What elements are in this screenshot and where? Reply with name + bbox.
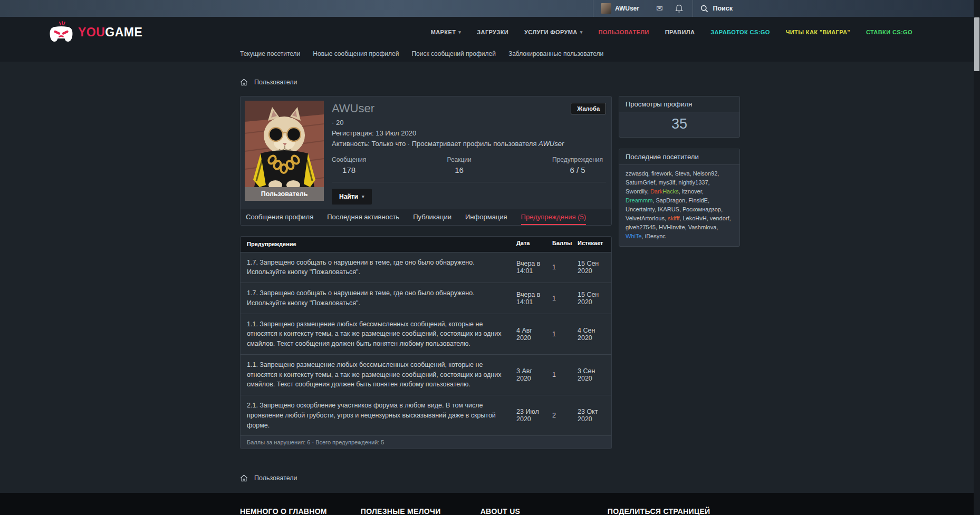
tab-item[interactable]: Последняя активность xyxy=(327,209,399,225)
warning-text: 1.7. Запрещено сообщать о нарушении в те… xyxy=(241,283,512,314)
table-header: Предупреждение Дата Баллы Истекает xyxy=(241,237,611,252)
find-button[interactable]: Найти ▾ xyxy=(332,189,372,205)
site-logo[interactable]: YOUGAME xyxy=(49,20,142,44)
nav-item-label: МАРКЕТ xyxy=(431,29,456,35)
footer-col-title: ПОЛЕЗНЫЕ МЕЛОЧИ xyxy=(361,507,481,515)
nav-item[interactable]: СТАВКИ CS:GO xyxy=(866,29,912,35)
profile-views-count: 35 xyxy=(619,112,739,137)
visitor-link[interactable]: Nelson92 xyxy=(693,170,717,177)
warning-date: Вчера в 14:01 xyxy=(512,255,546,280)
breadcrumb[interactable]: Пользователи xyxy=(240,79,740,86)
visitor-link[interactable]: Dreammm xyxy=(626,197,652,203)
nav-item[interactable]: ПРАВИЛА xyxy=(665,29,695,35)
table-row: 1.1. Запрещено размещение любых бессмысл… xyxy=(241,314,611,354)
visitor-link[interactable]: Uncertainty xyxy=(626,206,655,212)
warning-points: 1 xyxy=(546,366,574,384)
warning-points: 2 xyxy=(546,406,574,424)
stat: Реакции16 xyxy=(447,156,471,174)
warning-expires: 15 Сен 2020 xyxy=(574,286,611,311)
recent-visitors-title: Последние посетители xyxy=(619,149,739,165)
page-scrollbar[interactable] xyxy=(974,0,980,515)
stat-value[interactable]: 6 / 5 xyxy=(552,166,603,174)
stat-value[interactable]: 178 xyxy=(332,166,366,174)
visitor-link[interactable]: SaturnGrief xyxy=(626,179,655,186)
tab-active[interactable]: Предупреждения (5) xyxy=(521,209,586,225)
footer-col-title: ПОДЕЛИТЬСЯ СТРАНИЦЕЙ xyxy=(608,507,740,515)
visitor-link[interactable]: mys3lf xyxy=(658,179,675,186)
visitor-link[interactable]: zzwasdq xyxy=(626,170,648,177)
envelope-icon[interactable]: ✉ xyxy=(656,4,663,13)
visitor-link[interactable]: IKARUS xyxy=(658,206,679,212)
subnav-item[interactable]: Новые сообщения профилей xyxy=(313,50,399,57)
topbar: AWUser ✉ Поиск xyxy=(0,0,980,17)
visitor-link[interactable]: firework xyxy=(651,170,672,177)
nav-item[interactable]: ЗАГРУЗКИ xyxy=(477,29,508,35)
profile-avatar[interactable]: Пользователь xyxy=(245,101,324,205)
table-row: 1.7. Запрещено сообщать о нарушении в те… xyxy=(241,252,611,283)
warning-expires: 15 Сен 2020 xyxy=(574,255,611,280)
profile-activity: Активность: Только что · Просматривает п… xyxy=(332,140,606,148)
visitor-link[interactable]: itznover xyxy=(682,188,702,195)
visitor-link[interactable]: Hacks xyxy=(662,188,679,195)
sidebar: Просмотры профиля 35 Последние посетител… xyxy=(619,96,740,247)
visitor-link[interactable]: Vashmlova xyxy=(688,224,717,230)
report-button[interactable]: Жалоба xyxy=(571,103,606,114)
visitor-link[interactable]: giveh27545 xyxy=(626,224,656,230)
warning-points: 1 xyxy=(546,258,574,276)
warning-date: 3 Авг 2020 xyxy=(512,362,546,387)
table-footer: Баллы за нарушения: 6 · Всего предупрежд… xyxy=(241,435,611,449)
chevron-down-icon: ▾ xyxy=(362,194,364,199)
breadcrumb-label: Пользователи xyxy=(254,79,297,86)
profile-stats: Сообщения178Реакции16Предупреждения6 / 5 xyxy=(332,156,606,174)
visitor-link[interactable]: Dark xyxy=(650,188,662,195)
profile-username: AWUser xyxy=(332,102,606,115)
nav-item-label: ЗАРАБОТОК CS:GO xyxy=(710,29,770,35)
stat: Предупреждения6 / 5 xyxy=(552,156,603,174)
scrollbar-thumb[interactable] xyxy=(974,17,979,71)
search-button[interactable]: Поиск xyxy=(693,0,740,17)
tab-item[interactable]: Информация xyxy=(465,209,507,225)
recent-visitors-block: Последние посетители zzwasdq, firework, … xyxy=(619,149,740,247)
visitor-link[interactable]: WhiTe xyxy=(626,233,642,239)
visitor-link[interactable]: vendorf xyxy=(710,215,729,221)
warning-expires: 3 Сен 2020 xyxy=(574,362,611,387)
breadcrumb-bottom[interactable]: Пользователи xyxy=(240,474,740,482)
nav-item[interactable]: ЗАРАБОТОК CS:GO xyxy=(710,29,770,35)
subnav-item[interactable]: Заблокированные пользователи xyxy=(508,50,603,57)
nav-item-label: СТАВКИ CS:GO xyxy=(866,29,912,35)
tab-item[interactable]: Сообщения профиля xyxy=(246,209,313,225)
nav-item-label: ПОЛЬЗОВАТЕЛИ xyxy=(599,29,649,35)
visitor-link[interactable]: skifff xyxy=(668,215,679,221)
visitor-link[interactable]: nightly1337 xyxy=(678,179,708,186)
topbar-username: AWUser xyxy=(615,5,639,12)
tab-item[interactable]: Публикации xyxy=(413,209,451,225)
profile-tabs: Сообщения профиляПоследняя активностьПуб… xyxy=(241,209,611,225)
col-expires: Истекает xyxy=(574,237,611,252)
subnav-item[interactable]: Поиск сообщений профилей xyxy=(411,50,496,57)
warning-points: 1 xyxy=(546,289,574,307)
nav-item[interactable]: ПОЛЬЗОВАТЕЛИ xyxy=(599,29,649,35)
visitor-link[interactable]: Роскомнадзор xyxy=(683,206,721,212)
subnav-item[interactable]: Текущие посетители xyxy=(240,50,300,57)
activity-target-user[interactable]: AWUser xyxy=(539,140,564,148)
search-icon xyxy=(700,5,708,13)
visitor-link[interactable]: VelvetArtorious xyxy=(626,215,665,221)
topbar-user-menu[interactable]: AWUser xyxy=(593,0,647,17)
bell-icon[interactable] xyxy=(675,4,683,13)
stat-value[interactable]: 16 xyxy=(447,166,471,174)
col-warning: Предупреждение xyxy=(241,237,512,252)
stat-label: Предупреждения xyxy=(552,156,603,163)
visitor-link[interactable]: FinsidE xyxy=(688,197,708,203)
subnav: Текущие посетителиНовые сообщения профил… xyxy=(240,47,740,62)
visitor-link[interactable]: Swordily xyxy=(626,188,647,195)
visitor-link[interactable]: Steva xyxy=(675,170,690,177)
visitor-link[interactable]: HVHInvite xyxy=(659,224,685,230)
profile-registered: Регистрация: 13 Июл 2020 xyxy=(332,129,606,137)
visitor-link[interactable]: SapDragon xyxy=(656,197,685,203)
nav-item[interactable]: УСЛУГИ ФОРУМА▾ xyxy=(524,29,582,35)
nav-item[interactable]: МАРКЕТ▾ xyxy=(431,29,462,35)
nav-item[interactable]: ЧИТЫ КАК "ВИАГРА" xyxy=(786,29,850,35)
warning-text: 1.1. Запрещено размещение любых бессмысл… xyxy=(241,314,512,354)
visitor-link[interactable]: iDesync xyxy=(645,233,666,239)
visitor-link[interactable]: LekoHvH xyxy=(683,215,706,221)
